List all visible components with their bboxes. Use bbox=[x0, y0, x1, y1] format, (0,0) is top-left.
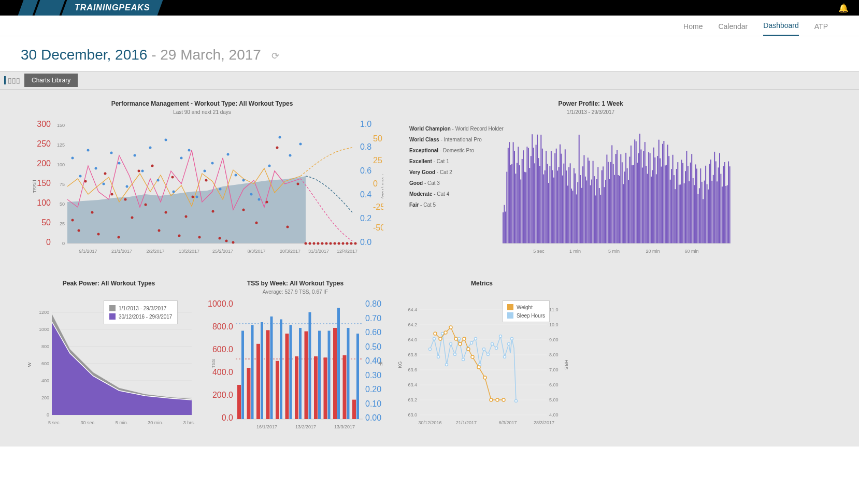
svg-rect-347 bbox=[295, 356, 298, 419]
svg-rect-184 bbox=[595, 195, 596, 243]
svg-rect-290 bbox=[729, 166, 731, 243]
svg-text:50: 50 bbox=[41, 218, 51, 227]
svg-rect-154 bbox=[557, 170, 558, 243]
navbar: Home Calendar Dashboard ATP bbox=[0, 16, 859, 36]
svg-rect-267 bbox=[700, 168, 701, 243]
svg-point-67 bbox=[325, 242, 328, 245]
svg-point-396 bbox=[454, 353, 456, 356]
tss-week-chart[interactable]: TSS by Week: All Workout Types Average: … bbox=[207, 275, 383, 436]
svg-text:-25: -25 bbox=[373, 203, 383, 211]
svg-point-62 bbox=[305, 242, 307, 245]
svg-rect-208 bbox=[625, 153, 626, 243]
svg-point-42 bbox=[145, 204, 147, 206]
svg-rect-235 bbox=[660, 159, 661, 243]
svg-point-3 bbox=[79, 175, 82, 178]
svg-rect-157 bbox=[561, 154, 562, 243]
svg-rect-354 bbox=[328, 331, 331, 420]
nav-dashboard[interactable]: Dashboard bbox=[763, 21, 799, 36]
metrics-chart[interactable]: Metrics Weight Sleep Hours 63.0 63.2 63.… bbox=[394, 275, 570, 436]
svg-rect-182 bbox=[593, 161, 594, 243]
svg-rect-360 bbox=[356, 334, 359, 419]
chart-title: TSS by Week: All Workout Types bbox=[207, 280, 383, 287]
svg-point-28 bbox=[279, 136, 281, 139]
chart-bars-icon[interactable]: ▯▯▯ bbox=[4, 76, 20, 84]
logo[interactable]: TRAININGPEAKS bbox=[21, 0, 160, 16]
svg-rect-205 bbox=[622, 162, 623, 243]
svg-rect-220 bbox=[640, 150, 641, 244]
svg-point-30 bbox=[299, 143, 302, 146]
svg-text:600.0: 600.0 bbox=[212, 345, 233, 354]
svg-rect-221 bbox=[642, 168, 643, 244]
svg-rect-278 bbox=[714, 152, 715, 243]
svg-point-406 bbox=[495, 347, 498, 350]
svg-text:30 min.: 30 min. bbox=[148, 420, 163, 425]
svg-text:13/2/2017: 13/2/2017 bbox=[295, 424, 316, 429]
svg-rect-137 bbox=[536, 145, 537, 244]
svg-rect-198 bbox=[613, 164, 614, 243]
nav-home[interactable]: Home bbox=[683, 22, 703, 36]
svg-rect-160 bbox=[565, 149, 566, 243]
svg-point-29 bbox=[289, 154, 292, 157]
svg-point-16 bbox=[180, 157, 183, 160]
power-profile-chart[interactable]: Power Profile: 1 Week 1/1/2013 - 29/3/20… bbox=[409, 95, 772, 264]
svg-text:13/2/2017: 13/2/2017 bbox=[179, 249, 199, 254]
svg-rect-252 bbox=[681, 160, 682, 243]
svg-point-14 bbox=[165, 139, 167, 141]
svg-rect-355 bbox=[333, 328, 337, 419]
svg-rect-242 bbox=[668, 156, 669, 243]
svg-text:0: 0 bbox=[47, 412, 49, 417]
refresh-icon[interactable]: ⟳ bbox=[271, 50, 279, 62]
svg-rect-212 bbox=[631, 146, 632, 243]
svg-rect-190 bbox=[603, 166, 604, 243]
svg-rect-128 bbox=[524, 172, 525, 243]
bell-icon[interactable]: 🔔 bbox=[838, 3, 849, 13]
svg-rect-229 bbox=[652, 170, 653, 244]
svg-point-6 bbox=[103, 183, 105, 185]
svg-rect-168 bbox=[575, 174, 576, 243]
svg-rect-173 bbox=[581, 188, 582, 243]
svg-rect-180 bbox=[590, 185, 591, 243]
svg-text:63.0: 63.0 bbox=[408, 412, 417, 417]
svg-point-34 bbox=[91, 211, 94, 214]
svg-rect-118 bbox=[511, 164, 512, 243]
svg-point-71 bbox=[342, 242, 345, 245]
charts-library-button[interactable]: Charts Library bbox=[24, 74, 78, 87]
svg-rect-127 bbox=[523, 150, 524, 243]
svg-point-405 bbox=[491, 343, 494, 345]
svg-text:HRS: HRS bbox=[564, 359, 569, 369]
svg-point-26 bbox=[258, 198, 261, 201]
svg-rect-195 bbox=[609, 179, 610, 243]
svg-point-46 bbox=[171, 176, 174, 179]
dashboard-grid: Performance Management - Workout Type: A… bbox=[0, 90, 859, 447]
svg-rect-248 bbox=[676, 169, 677, 243]
svg-point-412 bbox=[434, 332, 437, 335]
svg-rect-181 bbox=[591, 180, 592, 244]
svg-rect-286 bbox=[724, 162, 725, 243]
peak-power-chart[interactable]: Peak Power: All Workout Types 1/1/2013 -… bbox=[21, 275, 197, 436]
svg-rect-281 bbox=[718, 167, 719, 243]
svg-rect-152 bbox=[554, 153, 555, 243]
svg-rect-228 bbox=[651, 177, 652, 243]
date-range-header[interactable]: 30 December, 2016 - 29 March, 2017 ⟳ bbox=[0, 36, 859, 71]
svg-point-403 bbox=[483, 348, 485, 351]
svg-rect-288 bbox=[727, 185, 728, 243]
svg-text:0.10: 0.10 bbox=[365, 399, 381, 408]
svg-point-409 bbox=[508, 343, 510, 345]
svg-rect-215 bbox=[634, 139, 635, 243]
svg-text:800: 800 bbox=[41, 344, 49, 349]
svg-rect-121 bbox=[515, 174, 516, 243]
svg-text:75: 75 bbox=[60, 182, 65, 187]
svg-rect-201 bbox=[617, 150, 618, 243]
svg-rect-204 bbox=[620, 154, 621, 243]
svg-rect-230 bbox=[653, 148, 654, 243]
svg-rect-117 bbox=[510, 165, 511, 244]
svg-rect-236 bbox=[661, 167, 662, 243]
nav-calendar[interactable]: Calendar bbox=[718, 22, 748, 36]
svg-text:0.0: 0.0 bbox=[360, 238, 371, 247]
nav-atp[interactable]: ATP bbox=[814, 22, 828, 36]
svg-rect-223 bbox=[645, 142, 646, 243]
svg-point-53 bbox=[219, 237, 221, 240]
pmc-chart[interactable]: Performance Management - Workout Type: A… bbox=[21, 95, 383, 264]
svg-rect-258 bbox=[689, 181, 690, 243]
svg-text:800.0: 800.0 bbox=[212, 322, 233, 331]
